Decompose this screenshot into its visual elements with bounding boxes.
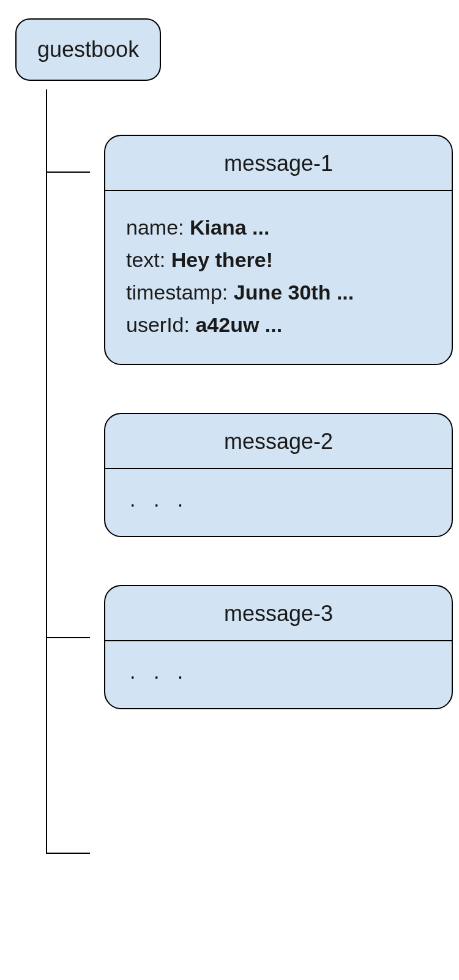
ellipsis-icon: . . . bbox=[126, 657, 431, 690]
document-body: . . . bbox=[105, 641, 452, 708]
field-value: Hey there! bbox=[171, 248, 273, 271]
connector-horizontal-2 bbox=[46, 637, 90, 638]
document-body: name: Kiana ... text: Hey there! timesta… bbox=[105, 191, 452, 364]
field-key: userId bbox=[126, 313, 184, 336]
document-title: message-2 bbox=[105, 414, 452, 468]
connector-horizontal-1 bbox=[46, 172, 90, 173]
field-key: timestamp bbox=[126, 281, 222, 304]
document-node-2: message-2 . . . bbox=[104, 413, 453, 537]
field-key: text bbox=[126, 248, 160, 271]
field-row-timestamp: timestamp: June 30th ... bbox=[126, 281, 431, 304]
collection-label: guestbook bbox=[37, 37, 139, 62]
document-title: message-3 bbox=[105, 586, 452, 640]
field-row-name: name: Kiana ... bbox=[126, 216, 431, 239]
field-value: a42uw ... bbox=[195, 313, 282, 336]
field-row-text: text: Hey there! bbox=[126, 248, 431, 272]
field-key: name bbox=[126, 216, 178, 239]
field-value: Kiana ... bbox=[190, 216, 269, 239]
connector-horizontal-3 bbox=[46, 853, 90, 854]
document-title: message-1 bbox=[105, 136, 452, 190]
field-value: June 30th ... bbox=[234, 281, 354, 304]
ellipsis-icon: . . . bbox=[126, 485, 431, 518]
connector-vertical bbox=[46, 89, 47, 853]
document-node-1: message-1 name: Kiana ... text: Hey ther… bbox=[104, 135, 453, 365]
document-node-3: message-3 . . . bbox=[104, 585, 453, 709]
document-body: . . . bbox=[105, 469, 452, 536]
collection-node: guestbook bbox=[15, 18, 161, 81]
field-row-userid: userId: a42uw ... bbox=[126, 313, 431, 337]
